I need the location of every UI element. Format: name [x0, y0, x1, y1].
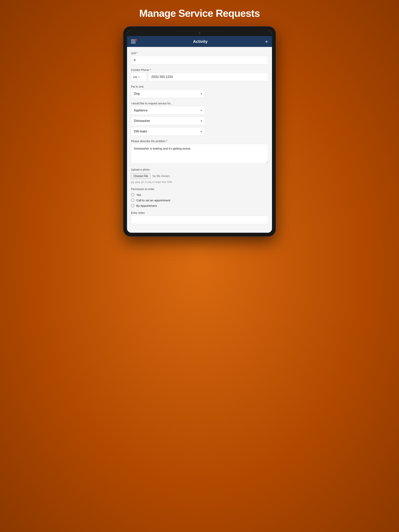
phone-required-marker: *: [150, 68, 151, 71]
form-area: Unit * Contact Phone * US ▾: [127, 47, 272, 233]
service-item-value: Dishwasher: [134, 119, 150, 123]
service-issue-value: DW leaks: [134, 130, 147, 133]
country-code-dropdown[interactable]: US ▾: [131, 73, 147, 81]
hamburger-line-2: [131, 41, 135, 42]
problem-required-marker: *: [166, 140, 167, 143]
pet-dropdown-value: Dog: [134, 92, 140, 95]
permission-radio-group: Yes Call to set an appointment By Appoin…: [131, 193, 268, 207]
navbar-title: Activity: [193, 39, 208, 44]
service-issue-dropdown[interactable]: DW leaks ▾: [131, 127, 205, 136]
entry-notes-label: Entry notes: [131, 211, 268, 214]
radio-circle-call: [131, 198, 135, 202]
upload-photo-group: Upload a photo: Choose File No file chos…: [131, 168, 268, 184]
pet-in-unit-label: Pet in Unit: [131, 85, 268, 88]
app-navbar: Activity +: [127, 36, 272, 47]
radio-label-yes: Yes: [136, 193, 141, 196]
upload-label: Upload a photo:: [131, 168, 268, 171]
phone-input-group: US ▾: [131, 73, 268, 81]
unit-label: Unit *: [131, 52, 268, 55]
service-item-dropdown[interactable]: Dishwasher ▾: [131, 117, 205, 125]
permission-option-call[interactable]: Call to set an appointment: [131, 198, 268, 202]
contact-phone-group: Contact Phone * US ▾: [131, 68, 268, 81]
unit-input[interactable]: [131, 56, 268, 64]
service-category-value: Appliance: [134, 109, 148, 112]
choose-file-button[interactable]: Choose File: [131, 173, 151, 179]
problem-description-textarea[interactable]: Dishwasher is leaking and it's getting w…: [131, 144, 268, 163]
service-request-group: I would like to request service for... A…: [131, 102, 268, 136]
item-chevron-down-icon: ▾: [201, 119, 202, 122]
permission-option-appointment[interactable]: By Appointment: [131, 204, 268, 207]
issue-chevron-down-icon: ▾: [201, 130, 202, 133]
service-category-dropdown[interactable]: Appliance ▾: [131, 106, 205, 115]
radio-label-appointment: By Appointment: [136, 204, 157, 207]
tablet-frame: Activity + Unit * Contact Phone * US: [123, 27, 276, 236]
pet-in-unit-group: Pet in Unit Dog ▾: [131, 85, 268, 98]
permission-group: Permission to enter Yes Call to set an a…: [131, 188, 268, 207]
entry-notes-group: Entry notes: [131, 211, 268, 224]
radio-label-call: Call to set an appointment: [136, 199, 170, 202]
service-request-label: I would like to request service for...: [131, 102, 268, 105]
radio-circle-appointment: [131, 204, 135, 207]
permission-label: Permission to enter: [131, 188, 268, 191]
country-chevron-down-icon: ▾: [138, 76, 140, 78]
tablet-camera: [199, 32, 200, 34]
pet-chevron-down-icon: ▾: [201, 92, 202, 95]
contact-phone-label: Contact Phone *: [131, 68, 268, 71]
hamburger-line-3: [131, 43, 135, 43]
entry-notes-input[interactable]: [131, 215, 268, 224]
country-code-value: US: [133, 75, 137, 79]
page-title: Manage Service Requests: [139, 8, 260, 19]
phone-number-input[interactable]: [148, 73, 268, 81]
permission-option-yes[interactable]: Yes: [131, 193, 268, 196]
category-chevron-down-icon: ▾: [201, 109, 202, 112]
notification-dot: [135, 39, 137, 41]
unit-group: Unit *: [131, 52, 268, 64]
problem-description-label: Please describe the problem *: [131, 140, 268, 143]
service-dropdowns: Appliance ▾ Dishwasher ▾ DW leaks ▾: [131, 106, 268, 136]
upload-row: Choose File No file chosen: [131, 173, 268, 179]
no-file-status: No file chosen: [153, 174, 170, 177]
upload-hint-text: jpg, jpeg, gif, or png no larger than 5M…: [131, 181, 172, 184]
pet-dropdown[interactable]: Dog ▾: [131, 89, 205, 98]
problem-description-group: Please describe the problem * Dishwasher…: [131, 140, 268, 164]
tablet-top-bar: [127, 30, 272, 36]
unit-required-marker: *: [137, 52, 138, 55]
radio-circle-yes: [131, 193, 135, 196]
hamburger-menu-button[interactable]: [131, 40, 135, 43]
tablet-screen: Activity + Unit * Contact Phone * US: [127, 30, 272, 233]
add-button[interactable]: +: [265, 39, 268, 44]
